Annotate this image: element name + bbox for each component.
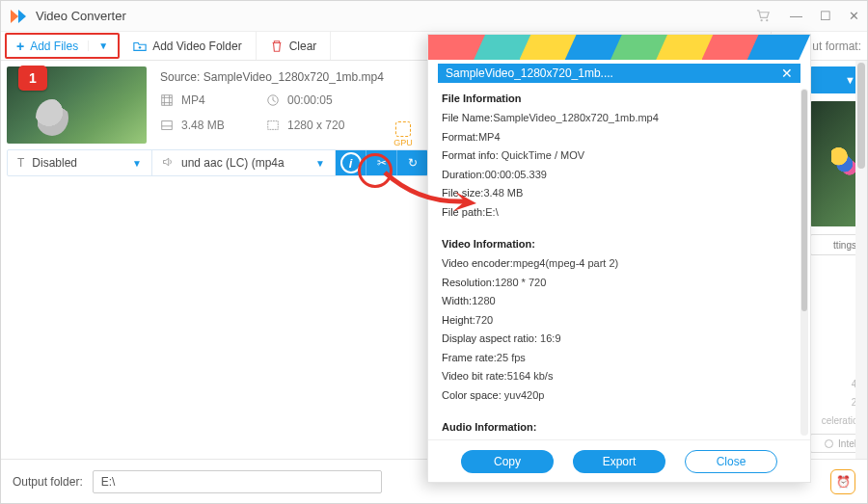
clear-button[interactable]: Clear bbox=[257, 32, 332, 60]
radio-icon bbox=[825, 439, 833, 448]
schedule-button[interactable]: ⏰ bbox=[830, 469, 855, 494]
step-badge-1: 1 bbox=[18, 66, 47, 91]
popup-scrollbar-thumb[interactable] bbox=[801, 90, 807, 311]
source-label: Source: bbox=[160, 70, 203, 84]
info-icon: i bbox=[340, 152, 362, 173]
output-folder-label: Output folder: bbox=[13, 475, 83, 489]
info-row: File path:E:\ bbox=[442, 204, 797, 221]
info-row: Video encoder:mpeg4(mpeg-4 part 2) bbox=[442, 255, 797, 272]
rotate-button[interactable]: ↻ bbox=[397, 150, 428, 175]
info-row: Format info: QuickTime / MOV bbox=[442, 147, 797, 164]
popup-scrollbar[interactable] bbox=[800, 89, 808, 436]
info-row: Width:1280 bbox=[442, 293, 797, 309]
export-button[interactable]: Export bbox=[573, 450, 665, 473]
info-row: Resolution:1280 * 720 bbox=[442, 275, 797, 291]
audio-info-heading: Audio Information: bbox=[442, 421, 797, 433]
clear-label: Clear bbox=[289, 40, 317, 53]
scissors-icon: ✂ bbox=[377, 156, 387, 170]
disk-icon bbox=[160, 119, 174, 132]
subtitle-label: Disabled bbox=[32, 156, 77, 170]
file-info-heading: File Information bbox=[442, 93, 797, 104]
info-row: Video bit rate:5164 kb/s bbox=[442, 368, 797, 385]
info-row: Frame rate:25 fps bbox=[442, 350, 797, 366]
alarm-icon: ⏰ bbox=[836, 475, 851, 489]
popup-footer: Copy Export Close bbox=[428, 439, 810, 482]
add-folder-button[interactable]: Add Video Folder bbox=[120, 32, 257, 60]
svg-rect-4 bbox=[162, 95, 173, 106]
meta-format: MP4 bbox=[160, 93, 266, 107]
info-row: Audio Encoder:aac (advanced audio coding… bbox=[442, 438, 797, 439]
cut-button[interactable]: ✂ bbox=[366, 150, 397, 175]
close-popup-button[interactable]: Close bbox=[685, 450, 777, 473]
info-row: Height:720 bbox=[442, 312, 797, 329]
chevron-down-icon: ▼ bbox=[845, 74, 855, 86]
trash-icon bbox=[270, 40, 284, 53]
meta-resolution: 1280 x 720 bbox=[266, 119, 401, 132]
text-icon: T bbox=[17, 156, 24, 170]
info-popup: SampleVideo_1280x720_1mb.... ✕ File Info… bbox=[427, 34, 811, 483]
info-row: Color space: yuv420p bbox=[442, 387, 797, 404]
chip-icon bbox=[395, 121, 411, 137]
minimize-button[interactable]: — bbox=[790, 9, 802, 23]
svg-rect-6 bbox=[162, 121, 173, 130]
video-info-heading: Video Information: bbox=[442, 238, 797, 250]
subtitle-select[interactable]: T Disabled ▼ bbox=[8, 150, 152, 175]
svg-point-0 bbox=[761, 19, 763, 21]
info-row: Display aspect ratio: 16:9 bbox=[442, 331, 797, 347]
scrollbar-thumb[interactable] bbox=[857, 63, 865, 169]
app-logo bbox=[9, 7, 28, 26]
add-files-dropdown[interactable]: ▼ bbox=[88, 40, 118, 51]
titlebar: Video Converter — ☐ ✕ bbox=[1, 1, 867, 32]
add-files-button[interactable]: + Add Files bbox=[7, 39, 88, 54]
meta-duration: 00:00:05 bbox=[266, 93, 401, 107]
popup-header-stripes bbox=[428, 35, 810, 60]
maximize-button[interactable]: ☐ bbox=[820, 9, 831, 23]
popup-body: File Information File Name:SampleVideo_1… bbox=[428, 60, 810, 439]
plus-icon: + bbox=[16, 39, 24, 54]
cart-icon[interactable] bbox=[756, 9, 771, 23]
source-name: SampleVideo_1280x720_1mb.mp4 bbox=[203, 70, 384, 84]
speaker-icon bbox=[162, 156, 174, 171]
info-row: File Name:SampleVideo_1280x720_1mb.mp4 bbox=[442, 110, 797, 126]
gpu-badge: GPU bbox=[392, 121, 415, 147]
copy-button[interactable]: Copy bbox=[461, 450, 554, 473]
rotate-icon: ↻ bbox=[408, 156, 418, 170]
close-button[interactable]: ✕ bbox=[849, 9, 859, 23]
chevron-down-icon: ▼ bbox=[315, 158, 325, 169]
add-folder-label: Add Video Folder bbox=[152, 40, 242, 53]
info-row: Format:MP4 bbox=[442, 129, 797, 146]
add-files-label: Add Files bbox=[30, 40, 78, 53]
meta-size: 3.48 MB bbox=[160, 119, 266, 132]
add-files-highlight: + Add Files ▼ bbox=[5, 33, 120, 59]
audio-track-select[interactable]: und aac (LC) (mp4a ▼ bbox=[152, 150, 336, 175]
chevron-down-icon: ▼ bbox=[132, 158, 142, 169]
film-icon bbox=[160, 93, 174, 107]
output-folder-input[interactable] bbox=[93, 470, 382, 493]
window-title: Video Converter bbox=[36, 9, 756, 23]
window-controls: — ☐ ✕ bbox=[790, 9, 859, 23]
svg-rect-7 bbox=[268, 121, 279, 130]
folder-plus-icon bbox=[133, 40, 147, 53]
item-tool-buttons: i ✂ ↻ bbox=[336, 150, 428, 175]
scrollbar[interactable] bbox=[855, 61, 867, 459]
audio-track-label: und aac (LC) (mp4a bbox=[181, 156, 285, 170]
info-row: File size:3.48 MB bbox=[442, 185, 797, 201]
info-row: Duration:00:00:05.339 bbox=[442, 167, 797, 183]
resolution-icon bbox=[266, 119, 280, 132]
svg-point-1 bbox=[766, 19, 768, 21]
info-button[interactable]: i bbox=[336, 150, 366, 175]
output-format-label: ut format: bbox=[812, 32, 867, 60]
clock-icon bbox=[266, 93, 280, 107]
